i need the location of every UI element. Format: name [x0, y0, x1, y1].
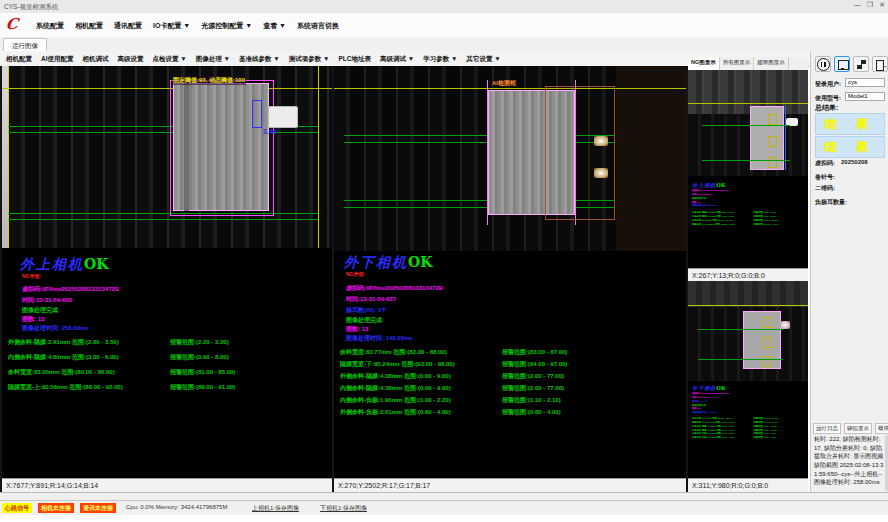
menu-io-config[interactable]: IO卡配置 ▼ [153, 21, 190, 31]
alarm-range-text: 报警范围:(94.00 - 97.00) [502, 360, 567, 369]
measurement-text: 内侧余料-负极:1.90mm 范围:(1.00 - 2.20) [340, 397, 451, 403]
save-bottom-image-link[interactable]: 下相机1:保存图像 [320, 504, 367, 513]
process-done-text: 图像处理完成 [346, 316, 382, 325]
left-camera-image[interactable]: 固定阈值:93, 动态阈值:100 3.46 [2, 66, 332, 248]
measurement-text: 外侧余料-隔膜:2.91mm 范围:(2.00 - 3.50) [8, 339, 119, 345]
yellow-edge-line-left [8, 66, 9, 248]
virtual-code-text: 虚拟码:0Ffline2025020813313472B [22, 285, 119, 294]
result-badge-top: 结 果 [815, 113, 885, 135]
menu-language[interactable]: 系统语言切换 [297, 21, 339, 31]
logout-button[interactable]: → [872, 56, 888, 72]
tab-mark [768, 114, 777, 125]
ok-status: OK [84, 256, 108, 272]
pause-button[interactable] [815, 56, 831, 72]
app-logo-icon: C [5, 15, 19, 33]
alarm-range-text: 报警范围:(0.60 - 4.00) [502, 408, 561, 417]
sidebar: → 登录用户: 使用型号: 总结果: 结 果 结 果 虚拟码: 20250208… [810, 51, 888, 496]
camera-result-title: 外上相机OK [20, 256, 108, 274]
close-button[interactable]: ✕ [879, 1, 885, 9]
image-display-button[interactable] [834, 56, 850, 72]
frame-count-text: 图数: 13 [22, 315, 44, 324]
alarm-range-text: 报警范围:(83.00 - 87.00) [502, 348, 567, 357]
ai-tab-count-text: 极耳数(AI): 1个 [346, 306, 387, 315]
virtual-code-label: 虚拟码: [815, 159, 835, 168]
mid-camera-panel[interactable]: AI检测框 外下相机OK NG类型: 虚拟码:0Ffline2025020813… [334, 66, 686, 478]
left-camera-panel[interactable]: 固定阈值:93, 动态阈值:100 3.46 外上相机OK NG类型: 虚拟码:… [2, 66, 332, 478]
preview-tab-all[interactable]: 所有图显示 [720, 57, 755, 70]
process-time-text: 图像处理时间: 258.00ms [22, 324, 89, 333]
tab-mark [768, 157, 777, 168]
preview-bottom[interactable]: 外下相机OK 虚拟码:0Ffline2025020813313472B 时间:1… [688, 281, 808, 478]
tab-mark [763, 356, 772, 367]
menu-system-config[interactable]: 系统配置 [36, 21, 64, 31]
qr-code-label: 二维码: [815, 184, 835, 193]
logout-arrow-icon: → [881, 62, 888, 69]
cpu-memory-text: Cpu: 0.0% Memory: 3424.41796875M [126, 504, 227, 510]
measurement-text: 隔膜宽度-下:95.24mm 范围:(93.00 - 98.00) [340, 361, 455, 367]
tool-camera-debug[interactable]: 相机调试 [83, 55, 109, 64]
green-guide-line [702, 160, 790, 161]
save-top-image-link[interactable]: 上相机1:保存图像 [252, 504, 299, 513]
alarm-range-text: 报警范围:(2.00 - 77.00) [502, 372, 564, 381]
machine-band [688, 70, 808, 114]
model-input[interactable] [845, 92, 885, 101]
virtual-code-value: 20250208 [841, 159, 868, 165]
tool-test-params[interactable]: 测试项参数 ▼ [289, 55, 330, 64]
threshold-label: 固定阈值:93, 动态阈值:100 [172, 76, 246, 85]
pause-icon [817, 58, 830, 71]
tool-baseline-params[interactable]: 基准线参数 ▼ [239, 55, 280, 64]
yellow-guide-line [334, 88, 686, 89]
user-input[interactable] [845, 78, 885, 87]
heartbeat-badge: 心跳信号 [2, 503, 32, 513]
total-result-label: 总结果: [815, 103, 838, 113]
log-tab-defect[interactable]: 缺陷显示 [844, 423, 872, 434]
menu-comm-config[interactable]: 通讯配置 [114, 21, 142, 31]
measure-value-label: 3.46 [263, 128, 277, 135]
measurement-text: 余料宽度:83.05mm 范围:(80.00 - 86.00) [8, 369, 115, 375]
needle-number-label: 卷针号: [815, 173, 835, 182]
minimize-button[interactable]: — [854, 1, 861, 9]
tool-ai-config[interactable]: AI使用配置 [41, 55, 74, 64]
machine-right-block [616, 66, 686, 251]
tab-mark [763, 337, 772, 348]
tool-advanced-settings[interactable]: 高级设置 [118, 55, 144, 64]
alarm-range-text: 报警范围:(89.00 - 91.00) [170, 383, 235, 392]
log-text: 耗时: 222, 缺陷检测耗时: 17, 缺陷分类耗时: 0, 缺陷提取合并耗时… [814, 435, 884, 487]
status-bar: 心跳信号 相机未连接 通讯未连接 Cpu: 0.0% Memory: 3424.… [0, 500, 888, 515]
maximize-button[interactable]: ❐ [867, 1, 873, 9]
mini-overlay: 外上相机OK 虚拟码:0Ffline2025020813313472B 时间:1… [692, 182, 808, 226]
menu-light-config[interactable]: 光源控制配置 ▼ [201, 21, 252, 31]
preview-tab-ng[interactable]: NG图显示 [688, 57, 720, 70]
title-bar: CYS-视觉检测系统 — ❐ ✕ [0, 0, 888, 14]
measure-box [252, 100, 262, 128]
image-icon [841, 68, 844, 70]
comm-connect-badge: 通讯未连接 [80, 503, 116, 513]
mid-camera-image[interactable]: AI检测框 [334, 66, 686, 251]
preview-tab-overlimit[interactable]: 超限图显示 [754, 57, 789, 70]
menu-view[interactable]: 查看 ▼ [263, 21, 286, 31]
tool-spot-check[interactable]: 点检设置 ▼ [153, 55, 187, 64]
tool-learning-params[interactable]: 学习参数 ▼ [423, 55, 457, 64]
measurement-text: 外侧余料-负极:2.61mm 范围:(0.60 - 4.00) [340, 409, 451, 415]
log-tab-module-time[interactable]: 模块耗时 [875, 423, 888, 434]
camera-name: 外上相机 [20, 256, 84, 272]
frame-count-text: 图数: 13 [346, 325, 368, 334]
alarm-range-text: 报警范围:(81.00 - 85.00) [170, 368, 235, 377]
tool-camera-config[interactable]: 相机配置 [6, 55, 32, 64]
tool-plc-table[interactable]: PLC地址表 [339, 55, 372, 64]
log-tab-run[interactable]: 运行日志 [813, 423, 841, 434]
preview-top[interactable]: 外上相机OK 虚拟码:0Ffline2025020813313472B 时间:1… [688, 70, 808, 268]
tool-image-processing[interactable]: 图像处理 ▼ [196, 55, 230, 64]
tab-run-image[interactable]: 运行图像 [3, 38, 47, 52]
tool-other-settings[interactable]: 其它设置 ▼ [467, 55, 501, 64]
window-title: CYS-视觉检测系统 [4, 3, 59, 12]
yellow-edge-line-right [318, 66, 319, 248]
result-badge-bottom: 结 果 [815, 136, 885, 158]
menu-camera-config[interactable]: 相机配置 [75, 21, 103, 31]
cell-dark-stripe [184, 83, 189, 211]
measurement-text: 内侧余料-隔膜:4.38mm 范围:(0.00 - 9.00) [340, 385, 451, 391]
tool-advanced-debug[interactable]: 高级调试 ▼ [380, 55, 414, 64]
time-text: 时间:13-31-59-627 [346, 295, 396, 304]
connector-blob [268, 106, 298, 128]
gallery-button[interactable] [853, 56, 869, 72]
